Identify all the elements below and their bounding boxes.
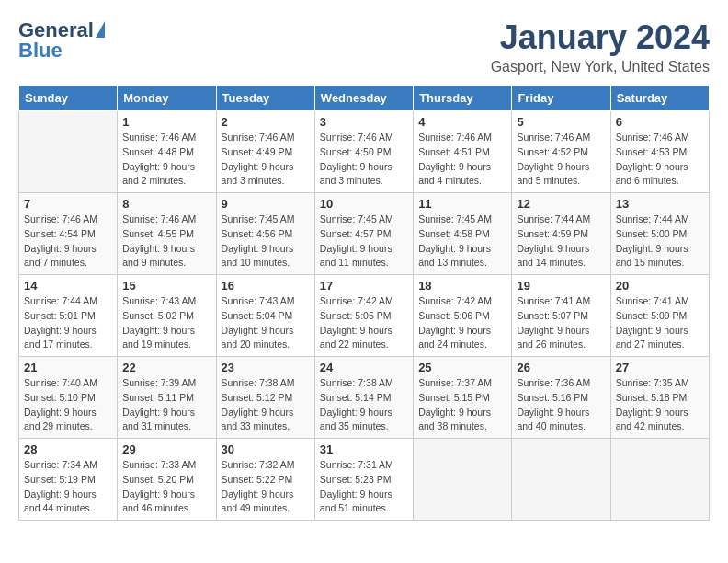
calendar-cell: 20Sunrise: 7:41 AMSunset: 5:09 PMDayligh… bbox=[610, 275, 709, 357]
calendar-cell: 9Sunrise: 7:45 AMSunset: 4:56 PMDaylight… bbox=[216, 193, 314, 275]
day-info: Sunrise: 7:39 AMSunset: 5:11 PMDaylight:… bbox=[122, 376, 210, 434]
day-info: Sunrise: 7:32 AMSunset: 5:22 PMDaylight:… bbox=[222, 458, 310, 516]
title-block: January 2024 Gasport, New York, United S… bbox=[491, 18, 710, 75]
calendar-cell bbox=[414, 439, 512, 521]
calendar-cell: 25Sunrise: 7:37 AMSunset: 5:15 PMDayligh… bbox=[414, 357, 512, 439]
subtitle: Gasport, New York, United States bbox=[491, 59, 710, 75]
calendar-cell: 6Sunrise: 7:46 AMSunset: 4:53 PMDaylight… bbox=[610, 111, 709, 193]
day-number: 13 bbox=[616, 197, 704, 211]
day-number: 21 bbox=[24, 361, 112, 374]
calendar-cell bbox=[19, 111, 118, 193]
day-info: Sunrise: 7:46 AMSunset: 4:51 PMDaylight:… bbox=[418, 131, 506, 189]
day-number: 27 bbox=[616, 361, 704, 374]
day-number: 11 bbox=[418, 197, 506, 211]
day-number: 20 bbox=[616, 279, 704, 293]
day-number: 9 bbox=[222, 197, 310, 211]
calendar-cell: 18Sunrise: 7:42 AMSunset: 5:06 PMDayligh… bbox=[414, 275, 512, 357]
calendar-cell: 13Sunrise: 7:44 AMSunset: 5:00 PMDayligh… bbox=[610, 193, 709, 275]
calendar-week-row: 14Sunrise: 7:44 AMSunset: 5:01 PMDayligh… bbox=[19, 275, 710, 357]
day-info: Sunrise: 7:45 AMSunset: 4:58 PMDaylight:… bbox=[418, 213, 506, 270]
day-number: 29 bbox=[122, 442, 210, 456]
day-info: Sunrise: 7:35 AMSunset: 5:18 PMDaylight:… bbox=[616, 376, 704, 434]
day-info: Sunrise: 7:46 AMSunset: 4:49 PMDaylight:… bbox=[222, 131, 310, 189]
calendar-cell: 5Sunrise: 7:46 AMSunset: 4:52 PMDaylight… bbox=[512, 111, 610, 193]
day-number: 10 bbox=[320, 197, 408, 211]
calendar-cell: 28Sunrise: 7:34 AMSunset: 5:19 PMDayligh… bbox=[19, 439, 118, 521]
day-number: 16 bbox=[222, 279, 310, 293]
day-info: Sunrise: 7:44 AMSunset: 4:59 PMDaylight:… bbox=[517, 213, 605, 270]
calendar-cell: 27Sunrise: 7:35 AMSunset: 5:18 PMDayligh… bbox=[610, 357, 709, 439]
day-header-sunday: Sunday bbox=[19, 86, 118, 111]
calendar-cell: 15Sunrise: 7:43 AMSunset: 5:02 PMDayligh… bbox=[118, 275, 216, 357]
day-number: 7 bbox=[24, 197, 112, 211]
logo: General Blue bbox=[18, 18, 105, 63]
day-header-friday: Friday bbox=[512, 86, 610, 111]
day-info: Sunrise: 7:46 AMSunset: 4:54 PMDaylight:… bbox=[24, 213, 112, 270]
day-info: Sunrise: 7:42 AMSunset: 5:05 PMDaylight:… bbox=[320, 294, 408, 352]
day-info: Sunrise: 7:44 AMSunset: 5:01 PMDaylight:… bbox=[24, 294, 112, 352]
day-number: 1 bbox=[122, 115, 210, 129]
calendar-cell: 1Sunrise: 7:46 AMSunset: 4:48 PMDaylight… bbox=[118, 111, 216, 193]
day-info: Sunrise: 7:36 AMSunset: 5:16 PMDaylight:… bbox=[517, 376, 605, 434]
page-header: General Blue January 2024 Gasport, New Y… bbox=[18, 18, 710, 75]
day-info: Sunrise: 7:37 AMSunset: 5:15 PMDaylight:… bbox=[418, 376, 506, 434]
day-info: Sunrise: 7:44 AMSunset: 5:00 PMDaylight:… bbox=[616, 213, 704, 270]
calendar-cell: 21Sunrise: 7:40 AMSunset: 5:10 PMDayligh… bbox=[19, 357, 118, 439]
day-number: 31 bbox=[320, 442, 408, 456]
day-number: 17 bbox=[320, 279, 408, 293]
day-info: Sunrise: 7:40 AMSunset: 5:10 PMDaylight:… bbox=[24, 376, 112, 434]
day-number: 26 bbox=[517, 361, 605, 374]
calendar-cell: 4Sunrise: 7:46 AMSunset: 4:51 PMDaylight… bbox=[414, 111, 512, 193]
day-number: 6 bbox=[616, 115, 704, 129]
day-info: Sunrise: 7:33 AMSunset: 5:20 PMDaylight:… bbox=[122, 458, 210, 516]
calendar-cell: 26Sunrise: 7:36 AMSunset: 5:16 PMDayligh… bbox=[512, 357, 610, 439]
calendar-cell: 7Sunrise: 7:46 AMSunset: 4:54 PMDaylight… bbox=[19, 193, 118, 275]
day-info: Sunrise: 7:43 AMSunset: 5:04 PMDaylight:… bbox=[222, 294, 310, 352]
calendar-header: SundayMondayTuesdayWednesdayThursdayFrid… bbox=[19, 86, 710, 111]
day-number: 19 bbox=[517, 279, 605, 293]
calendar-cell bbox=[512, 439, 610, 521]
logo-blue: Blue bbox=[18, 39, 63, 63]
day-info: Sunrise: 7:31 AMSunset: 5:23 PMDaylight:… bbox=[320, 458, 408, 516]
calendar-cell: 16Sunrise: 7:43 AMSunset: 5:04 PMDayligh… bbox=[216, 275, 314, 357]
calendar-cell: 3Sunrise: 7:46 AMSunset: 4:50 PMDaylight… bbox=[314, 111, 413, 193]
day-info: Sunrise: 7:38 AMSunset: 5:14 PMDaylight:… bbox=[320, 376, 408, 434]
calendar-cell: 10Sunrise: 7:45 AMSunset: 4:57 PMDayligh… bbox=[314, 193, 413, 275]
day-number: 8 bbox=[122, 197, 210, 211]
calendar-cell: 14Sunrise: 7:44 AMSunset: 5:01 PMDayligh… bbox=[19, 275, 118, 357]
calendar-cell: 12Sunrise: 7:44 AMSunset: 4:59 PMDayligh… bbox=[512, 193, 610, 275]
day-number: 14 bbox=[24, 279, 112, 293]
day-number: 22 bbox=[122, 361, 210, 374]
day-info: Sunrise: 7:46 AMSunset: 4:53 PMDaylight:… bbox=[616, 131, 704, 189]
day-number: 28 bbox=[24, 442, 112, 456]
day-header-thursday: Thursday bbox=[414, 86, 512, 111]
calendar-cell: 29Sunrise: 7:33 AMSunset: 5:20 PMDayligh… bbox=[118, 439, 216, 521]
day-info: Sunrise: 7:34 AMSunset: 5:19 PMDaylight:… bbox=[24, 458, 112, 516]
month-title: January 2024 bbox=[491, 18, 710, 57]
calendar-table: SundayMondayTuesdayWednesdayThursdayFrid… bbox=[18, 85, 710, 521]
day-number: 4 bbox=[418, 115, 506, 129]
logo-triangle-icon bbox=[96, 21, 105, 38]
calendar-week-row: 21Sunrise: 7:40 AMSunset: 5:10 PMDayligh… bbox=[19, 357, 710, 439]
calendar-cell: 23Sunrise: 7:38 AMSunset: 5:12 PMDayligh… bbox=[216, 357, 314, 439]
day-info: Sunrise: 7:41 AMSunset: 5:09 PMDaylight:… bbox=[616, 294, 704, 352]
day-info: Sunrise: 7:46 AMSunset: 4:55 PMDaylight:… bbox=[122, 213, 210, 270]
day-info: Sunrise: 7:41 AMSunset: 5:07 PMDaylight:… bbox=[517, 294, 605, 352]
day-number: 2 bbox=[222, 115, 310, 129]
calendar-cell: 22Sunrise: 7:39 AMSunset: 5:11 PMDayligh… bbox=[118, 357, 216, 439]
day-number: 30 bbox=[222, 442, 310, 456]
day-info: Sunrise: 7:46 AMSunset: 4:52 PMDaylight:… bbox=[517, 131, 605, 189]
calendar-week-row: 7Sunrise: 7:46 AMSunset: 4:54 PMDaylight… bbox=[19, 193, 710, 275]
calendar-cell: 2Sunrise: 7:46 AMSunset: 4:49 PMDaylight… bbox=[216, 111, 314, 193]
day-info: Sunrise: 7:46 AMSunset: 4:50 PMDaylight:… bbox=[320, 131, 408, 189]
day-info: Sunrise: 7:38 AMSunset: 5:12 PMDaylight:… bbox=[222, 376, 310, 434]
calendar-cell: 30Sunrise: 7:32 AMSunset: 5:22 PMDayligh… bbox=[216, 439, 314, 521]
calendar-cell: 24Sunrise: 7:38 AMSunset: 5:14 PMDayligh… bbox=[314, 357, 413, 439]
calendar-cell: 17Sunrise: 7:42 AMSunset: 5:05 PMDayligh… bbox=[314, 275, 413, 357]
calendar-cell bbox=[610, 439, 709, 521]
day-number: 15 bbox=[122, 279, 210, 293]
day-number: 3 bbox=[320, 115, 408, 129]
day-number: 24 bbox=[320, 361, 408, 374]
day-header-tuesday: Tuesday bbox=[216, 86, 314, 111]
day-header-wednesday: Wednesday bbox=[314, 86, 413, 111]
